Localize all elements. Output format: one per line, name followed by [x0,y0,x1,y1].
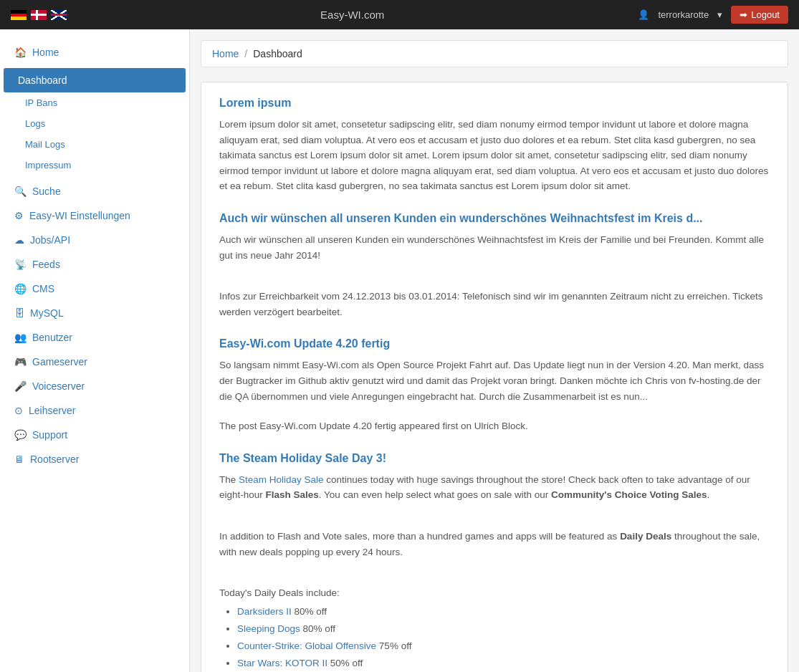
deal-discount-1: 80% off [295,606,327,617]
sidebar-feeds-label: Feeds [32,259,60,270]
sidebar-item-maillogs[interactable]: Mail Logs [0,134,189,155]
sidebar-item-cms[interactable]: 🌐 CMS [0,277,189,301]
logout-icon: ➡ [740,9,747,20]
breadcrumb: Home / Dashboard [201,40,788,67]
site-title: Easy-WI.com [320,9,384,21]
steam-deals-list: Darksiders II 80% off Sleeping Dogs 80% … [237,605,770,672]
main-content: Home / Dashboard Lorem ipsum Lorem ipsum… [190,29,799,672]
sidebar-leihserver-label: Leihserver [29,405,75,416]
sidebar-mysql-label: MySQL [30,307,64,319]
sidebar-rootserver-label: Rootserver [30,453,79,465]
breadcrumb-home[interactable]: Home [212,48,239,59]
steam-intro-before: The [219,474,239,485]
topbar: Easy-WI.com 👤 terrorkarotte ▾ ➡ Logout [0,0,799,29]
sidebar-item-mysql[interactable]: 🗄 MySQL [0,301,189,325]
sidebar-item-benutzer[interactable]: 👥 Benutzer [0,325,189,350]
breadcrumb-separator: / [244,48,247,59]
sidebar-item-ipbans[interactable]: IP Bans [0,92,189,113]
news-body-update420: So langsam nimmt Easy-Wi.com als Open So… [219,357,770,404]
flash-sales-text: Flash Sales [266,489,319,500]
deal-discount-4: 50% off [330,658,363,668]
sidebar-settings-label: Easy-WI Einstellungen [29,210,130,221]
search-icon: 🔍 [14,186,27,197]
sidebar-item-rootserver[interactable]: 🖥 Rootserver [0,447,189,471]
sidebar-home-section: 🏠 Home [0,40,189,64]
sidebar-home-label: Home [32,47,59,58]
layout: 🏠 Home Dashboard IP Bans Logs Mail Logs … [0,29,799,672]
sidebar-item-dashboard[interactable]: Dashboard [4,68,186,92]
news-item-update420: Easy-Wi.com Update 4.20 fertig So langsa… [219,337,770,433]
sidebar-item-voiceserver[interactable]: 🎤 Voiceserver [0,374,189,398]
deal-link-3[interactable]: Counter-Strike: Global Offensive [237,640,376,651]
sidebar-jobs-label: Jobs/API [30,234,70,246]
deal-item-1: Darksiders II 80% off [237,605,770,619]
sidebar-item-impressum[interactable]: Impressum [0,155,189,176]
sidebar-maillogs-label: Mail Logs [25,139,65,150]
flag-german[interactable] [11,10,27,20]
steam-todayline: Today's Daily Deals include: [219,587,340,598]
sidebar-ipbans-label: IP Bans [25,97,57,108]
leihserver-icon: ⊙ [14,405,23,416]
news-body-steam-3: Today's Daily Deals include: Darksiders … [219,585,770,672]
sidebar-gameserver-label: Gameserver [32,356,87,368]
mysql-icon: 🗄 [14,307,24,319]
flag-group [11,10,67,20]
news-item-lorem: Lorem ipsum Lorem ipsum dolor sit amet, … [219,97,770,194]
news-body-steam-1: The Steam Holiday Sale continues today w… [219,472,770,503]
sidebar-item-settings[interactable]: ⚙ Easy-WI Einstellungen [0,203,189,228]
cms-icon: 🌐 [14,283,27,294]
dashboard-content: Lorem ipsum Lorem ipsum dolor sit amet, … [201,82,788,672]
news-title-update420: Easy-Wi.com Update 4.20 fertig [219,337,770,350]
sidebar-cms-label: CMS [32,283,54,294]
home-icon: 🏠 [14,47,27,58]
deal-link-2[interactable]: Sleeping Dogs [237,623,300,634]
steam-end-text: . [707,489,710,500]
community-choice-text: Community's Choice Voting Sales [551,489,707,500]
sidebar-item-leihserver[interactable]: ⊙ Leihserver [0,398,189,423]
user-menu: 👤 terrorkarotte ▾ ➡ Logout [638,6,788,24]
sidebar-logs-label: Logs [25,118,45,129]
user-caret[interactable]: ▾ [717,9,722,20]
sidebar-item-logs[interactable]: Logs [0,113,189,134]
flag-danish[interactable] [31,10,47,20]
sidebar-item-feeds[interactable]: 📡 Feeds [0,252,189,277]
sidebar-benutzer-label: Benutzer [32,332,72,343]
voiceserver-icon: 🎤 [14,380,27,392]
deal-discount-2: 80% off [303,623,336,634]
sidebar-item-support[interactable]: 💬 Support [0,423,189,447]
sidebar-item-suche[interactable]: 🔍 Suche [0,179,189,203]
news-item-steam: The Steam Holiday Sale Day 3! The Steam … [219,452,770,672]
sidebar-item-gameserver[interactable]: 🎮 Gameserver [0,350,189,374]
deal-link-1[interactable]: Darksiders II [237,606,292,617]
steam-holiday-sale-link[interactable]: Steam Holiday Sale [239,474,324,485]
steam-mid-text: . You can even help select what goes on … [319,489,551,500]
steam-para2: In addition to Flash and Vote sales, mor… [219,531,620,542]
sidebar-suche-label: Suche [32,186,61,197]
news-body-weihnachten-2: Infos zur Erreichbarkeit vom 24.12.2013 … [219,289,770,320]
logout-button[interactable]: ➡ Logout [731,6,788,24]
deal-item-4: Star Wars: KOTOR II 50% off [237,656,770,671]
sidebar-impressum-label: Impressum [25,160,71,171]
username[interactable]: terrorkarotte [658,9,709,20]
news-body-steam-2: In addition to Flash and Vote sales, mor… [219,529,770,560]
flag-english[interactable] [51,10,67,20]
sidebar-dashboard-section: Dashboard IP Bans Logs Mail Logs Impress… [0,68,189,176]
news-title-steam: The Steam Holiday Sale Day 3! [219,452,770,465]
breadcrumb-current: Dashboard [253,48,302,59]
sidebar-item-jobs[interactable]: ☁ Jobs/API [0,228,189,252]
news-item-weihnachten: Auch wir wünschen all unseren Kunden ein… [219,212,770,320]
news-title-weihnachten: Auch wir wünschen all unseren Kunden ein… [219,212,770,225]
sidebar-item-home[interactable]: 🏠 Home [0,40,189,64]
feeds-icon: 📡 [14,259,27,270]
sidebar-support-label: Support [32,429,67,441]
deal-link-4[interactable]: Star Wars: KOTOR II [237,658,327,668]
support-icon: 💬 [14,429,27,441]
news-body-weihnachten-1: Auch wir wünschen all unseren Kunden ein… [219,232,770,263]
settings-icon: ⚙ [14,210,24,221]
news-title-lorem: Lorem ipsum [219,97,770,110]
deal-discount-3: 75% off [379,640,412,651]
sidebar-voiceserver-label: Voiceserver [32,380,85,392]
deal-item-2: Sleeping Dogs 80% off [237,622,770,636]
sidebar-dashboard-label: Dashboard [18,75,67,86]
deal-item-3: Counter-Strike: Global Offensive 75% off [237,639,770,653]
